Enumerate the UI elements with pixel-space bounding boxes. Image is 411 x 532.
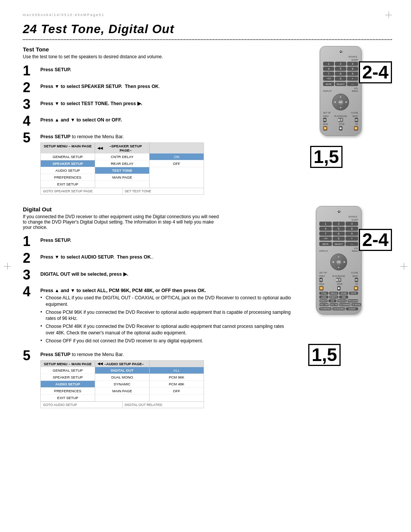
btn-3[interactable]: 3 xyxy=(347,62,358,66)
btn2-9[interactable]: 9 xyxy=(346,232,358,236)
btn-1[interactable]: 1 xyxy=(323,62,334,66)
btn-2[interactable]: 2 xyxy=(335,62,346,66)
menu2-item-speaker: SPEAKER SETUP xyxy=(41,374,95,381)
menu-footer-right-1: SET TEST TONE xyxy=(123,188,204,194)
btn2-0[interactable]: 0 xyxy=(333,236,345,241)
btn-5[interactable]: 5 xyxy=(335,67,346,71)
btn2-ab[interactable]: A-B xyxy=(328,299,337,302)
btn-ff-1[interactable]: ⏩ xyxy=(354,126,358,131)
btn2-ff[interactable]: ⏩ xyxy=(354,286,358,291)
bottom-row-2: ST.MONO LISTENING AUDIO xyxy=(319,307,358,310)
btn-play-1[interactable]: ▶⏸ xyxy=(338,118,343,122)
menu-footer-1: GOTO SPEAKER SETUP PAGE SET TEST TONE xyxy=(41,188,204,194)
btn2-2[interactable]: 2 xyxy=(333,222,345,226)
transport-row-1: ⏮ ▶⏸ ⏭ xyxy=(323,118,358,122)
btn2-program[interactable]: PROGRAM xyxy=(347,299,358,302)
btn2-7[interactable]: 7 xyxy=(319,232,332,236)
btn2-4[interactable]: 4 xyxy=(319,227,332,231)
btn2-discno[interactable]: DISC.NO xyxy=(330,303,338,306)
menu-col3-header-2 xyxy=(150,361,204,367)
btn2-listening[interactable]: LISTENING xyxy=(332,307,345,310)
menu-item-main: MAIN PAGE xyxy=(95,174,149,181)
badge-15: 1,5 xyxy=(310,146,342,168)
btn2-mute[interactable]: MUTE xyxy=(319,242,332,246)
stop-label-1: STOP xyxy=(339,123,345,125)
btn2-subtitle[interactable]: SUBTITL xyxy=(329,296,338,299)
btn2-rew[interactable]: ⏪ xyxy=(319,286,323,291)
btn2-10-plus[interactable]: >10 xyxy=(319,236,332,241)
btn-4[interactable]: 4 xyxy=(323,67,334,71)
btn-0[interactable]: 0 xyxy=(335,77,346,81)
nav-ok-1[interactable]: OK xyxy=(338,99,344,105)
btn2-lang[interactable]: LANG xyxy=(319,296,328,299)
menu-col1-header-1: SETUP MENU – MAIN PAGE xyxy=(41,143,95,153)
rew-row-1: ⏪ ⏹ ⏩ xyxy=(323,126,358,131)
btn2-select[interactable]: SELECT xyxy=(333,242,345,246)
remote-1: ⏻ SOURCE SLEEP 1 2 3 4 5 6 7 xyxy=(320,46,362,136)
step-num-1-1: 1 xyxy=(23,64,37,78)
btn2-angle[interactable]: ANGLE xyxy=(329,292,338,295)
btn2-stop[interactable]: ⏹ xyxy=(337,286,341,291)
next-label-1: NEXT xyxy=(352,115,358,117)
btn-prev-1[interactable]: ⏮ xyxy=(323,118,327,122)
btn2-repeat[interactable]: REPEAT xyxy=(319,299,328,302)
menu-label-1: MENU xyxy=(352,90,358,92)
steps-col-2: Digital Out If you connected the DVD rec… xyxy=(23,206,293,412)
btn-stop-1[interactable]: ⏹ xyxy=(339,126,342,131)
btn2-stmono[interactable]: ST.MONO xyxy=(319,307,331,310)
menu-header-2: SETUP MENU – MAIN PAGE ◀◀–AUDIO SETUP PA… xyxy=(41,361,204,367)
nav-up-1: ▲ xyxy=(339,95,342,98)
section-desc-2: If you connected the DVD receiver to oth… xyxy=(23,214,221,230)
btn2-shuffle[interactable]: SHUFFLE xyxy=(337,299,347,302)
step-1-3: 3 Press ▼ to select TEST TONE. Then pres… xyxy=(23,98,293,111)
display-label-1: DISPLAY xyxy=(323,90,332,92)
menu-col3-header-1 xyxy=(150,143,204,153)
remote-source-row-2: SOURCE xyxy=(319,216,358,218)
sleep-label-1: SLEEP xyxy=(323,59,358,61)
btn-minus-1[interactable]: — xyxy=(347,82,358,86)
vol-plus-2[interactable]: + xyxy=(346,236,358,241)
display-row-1: DISPLAY MENU xyxy=(323,90,358,92)
btn2-6[interactable]: 6 xyxy=(346,227,358,231)
menu2-item-mainpage: MAIN PAGE xyxy=(95,388,149,395)
remote-col-2: ⏻ SOURCE SLEEP 1 2 3 4 5 6 7 xyxy=(293,206,392,412)
btn-8[interactable]: 8 xyxy=(335,72,346,76)
nav-ok-2[interactable]: OK xyxy=(336,259,342,265)
btn2-slowmem[interactable]: SLOW/MEM xyxy=(339,303,350,306)
btn2-audio2[interactable]: AUDIO xyxy=(346,307,358,310)
nav-down-2: ▼ xyxy=(338,266,340,269)
btn2-3[interactable]: 3 xyxy=(346,222,358,226)
btn2-8[interactable]: 8 xyxy=(333,232,345,236)
btn2-discskip[interactable]: DISC.SKP xyxy=(319,303,329,306)
btn2-play[interactable]: ▶⏸ xyxy=(336,278,341,282)
btn-rew-1[interactable]: ⏪ xyxy=(323,126,327,131)
menu2-item-dualmono: DUAL MONO xyxy=(95,374,149,381)
vol-plus-1[interactable]: + xyxy=(347,77,358,81)
setup-label-2: SET UP xyxy=(319,272,327,274)
bullet-list-2-4: Choose ALL if you used the DIGITAL OUT -… xyxy=(40,295,293,344)
btn2-title[interactable]: TITLE xyxy=(319,292,328,295)
display-row-2: DISPLAY MENU xyxy=(319,250,358,252)
menu-col2-header-2: ◀◀–AUDIO SETUP PAGE– xyxy=(95,361,150,367)
btn2-next[interactable]: ⏭ xyxy=(355,278,358,282)
btn2-zoom[interactable]: ZOOM xyxy=(339,292,348,295)
btn2-1[interactable]: 1 xyxy=(319,222,332,226)
btn2-goto[interactable]: GOTO xyxy=(349,292,358,295)
btn-6[interactable]: 6 xyxy=(347,67,358,71)
btn2-prev[interactable]: ⏮ xyxy=(319,278,323,282)
menu-item-off: OFF xyxy=(150,160,204,167)
btn2-cdmode[interactable]: CD.MODE xyxy=(351,303,361,306)
btn-9[interactable]: 9 xyxy=(347,72,358,76)
btn-select-1[interactable]: SELECT xyxy=(335,82,346,86)
btn2-5[interactable]: 5 xyxy=(333,227,345,231)
btn2-minus[interactable]: — xyxy=(346,242,358,246)
btn-next-1[interactable]: ⏭ xyxy=(355,118,358,122)
remote-power-1: ⏻ xyxy=(338,49,343,54)
step-2-1: 1 Press SETUP. xyxy=(23,235,293,248)
btn2-dim[interactable]: DIM xyxy=(339,296,348,299)
rew-row-2: ⏪ ⏹ ⏩ xyxy=(319,286,358,291)
step-content-2-2: Press ▼ to select AUDIO SETUP. Then pres… xyxy=(40,252,293,260)
btn-10-plus[interactable]: >10 xyxy=(323,77,334,81)
btn-7[interactable]: 7 xyxy=(323,72,334,76)
btn-mute-1[interactable]: MUTE xyxy=(323,82,334,86)
